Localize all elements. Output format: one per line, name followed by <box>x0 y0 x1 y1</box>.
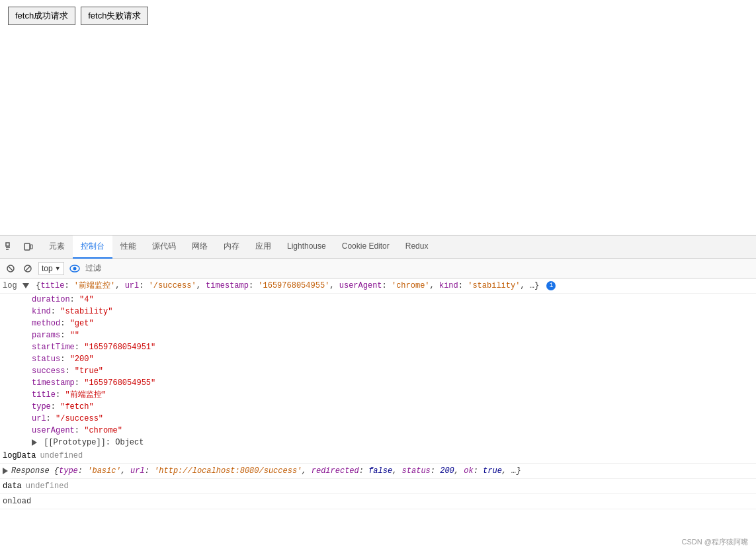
svg-rect-4 <box>30 245 32 249</box>
svg-rect-0 <box>6 243 9 246</box>
tab-redux[interactable]: Redux <box>398 235 437 259</box>
clear-console-icon[interactable] <box>4 262 17 275</box>
devtools-tab-bar: 元素 控制台 性能 源代码 网络 内存 应用 Lighthouse Cookie… <box>0 235 756 259</box>
log-summary: {title: '前端监控', url: '/success', timesta… <box>36 281 539 290</box>
fetch-fail-button[interactable]: fetch失败请求 <box>81 7 148 25</box>
tab-icons <box>3 239 36 254</box>
onload-content: onload <box>3 495 31 507</box>
collapsed-triangle-icon <box>32 439 37 446</box>
logdata-value: undefined <box>40 450 83 462</box>
log-row-logdata: logData undefined <box>0 448 756 464</box>
prop-method: method: "get" <box>32 318 756 329</box>
prop-timestamp: timestamp: "1659768054955" <box>32 377 756 389</box>
response-triangle-icon[interactable] <box>3 465 10 477</box>
fetch-success-button[interactable]: fetch成功请求 <box>8 7 75 25</box>
button-row: fetch成功请求 fetch失败请求 <box>8 7 148 25</box>
top-context-dropdown[interactable]: top ▼ <box>38 262 64 275</box>
tab-lighthouse[interactable]: Lighthouse <box>279 235 334 259</box>
device-icon[interactable] <box>21 239 36 254</box>
tab-performance[interactable]: 性能 <box>112 235 144 259</box>
prop-useragent: userAgent: "chrome" <box>32 425 756 437</box>
prop-success: success: "true" <box>32 365 756 377</box>
tab-console[interactable]: 控制台 <box>73 235 112 259</box>
response-content: Response {type: 'basic', url: 'http://lo… <box>11 465 521 477</box>
log-row-onload: onload <box>0 494 756 509</box>
svg-line-8 <box>25 266 30 271</box>
page-area: fetch成功请求 fetch失败请求 <box>0 0 756 235</box>
logdata-prefix: logData <box>3 450 36 462</box>
tab-cookie-editor[interactable]: Cookie Editor <box>334 235 398 259</box>
log-row-data: data undefined <box>0 479 756 494</box>
expand-triangle-icon[interactable] <box>22 283 29 288</box>
svg-rect-3 <box>24 243 30 250</box>
inspect-icon[interactable] <box>3 239 17 254</box>
console-output[interactable]: log {title: '前端监控', url: '/success', tim… <box>0 278 756 551</box>
data-prefix: data <box>3 480 22 492</box>
log-row-response: Response {type: 'basic', url: 'http://lo… <box>0 464 756 479</box>
svg-point-10 <box>73 267 76 270</box>
prop-kind: kind: "stability" <box>32 306 756 318</box>
svg-line-6 <box>9 267 13 271</box>
tab-sources[interactable]: 源代码 <box>144 235 184 259</box>
console-toolbar: top ▼ 过滤 <box>0 259 756 278</box>
filter-label: 过滤 <box>85 263 101 274</box>
chevron-down-icon: ▼ <box>55 265 61 272</box>
prop-type: type: "fetch" <box>32 401 756 413</box>
prop-params: params: "" <box>32 329 756 341</box>
eye-icon[interactable] <box>68 262 81 275</box>
log-prefix: log <box>3 280 21 292</box>
prop-duration: duration: "4" <box>32 294 756 306</box>
tab-network[interactable]: 网络 <box>184 235 216 259</box>
prop-starttime: startTime: "1659768054951" <box>32 341 756 353</box>
prop-status: status: "200" <box>32 353 756 365</box>
log-row-main: log {title: '前端监控', url: '/success', tim… <box>0 278 756 294</box>
devtools-panel: 元素 控制台 性能 源代码 网络 内存 应用 Lighthouse Cookie… <box>0 235 756 551</box>
tab-memory[interactable]: 内存 <box>216 235 247 259</box>
block-icon[interactable] <box>21 262 34 275</box>
tab-application[interactable]: 应用 <box>247 235 279 259</box>
prop-title: title: "前端监控" <box>32 389 756 401</box>
tab-elements[interactable]: 元素 <box>41 235 73 259</box>
data-value: undefined <box>26 480 69 492</box>
prop-url: url: "/success" <box>32 413 756 425</box>
log-detail-block: duration: "4" kind: "stability" method: … <box>0 294 756 448</box>
info-icon: i <box>546 281 556 290</box>
watermark: CSDN @程序猿阿嘴 <box>682 537 748 547</box>
prop-prototype[interactable]: [[Prototype]]: Object <box>32 437 756 448</box>
